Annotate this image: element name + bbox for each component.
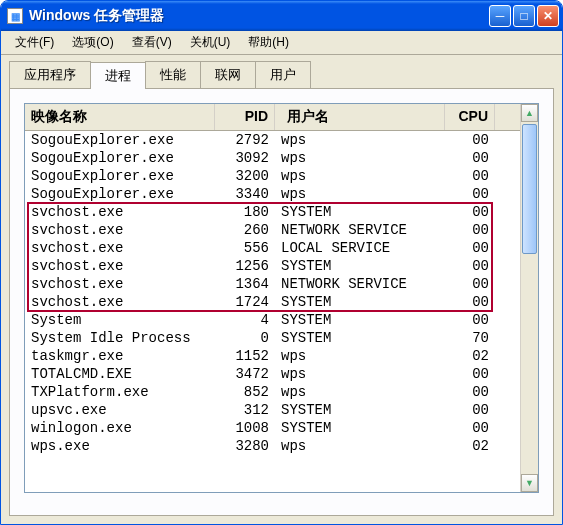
cell-cpu: 02 xyxy=(445,437,495,455)
cell-user: wps xyxy=(275,131,445,149)
table-row[interactable]: svchost.exe1364NETWORK SERVICE00 xyxy=(25,275,520,293)
cell-name: taskmgr.exe xyxy=(25,347,215,365)
process-listview: 映像名称 PID 用户名 CPU SogouExplorer.exe2792wp… xyxy=(24,103,539,493)
menu-help[interactable]: 帮助(H) xyxy=(240,32,297,53)
cell-cpu: 00 xyxy=(445,401,495,419)
cell-cpu: 00 xyxy=(445,383,495,401)
table-row[interactable]: SogouExplorer.exe3340wps00 xyxy=(25,185,520,203)
cell-name: svchost.exe xyxy=(25,257,215,275)
cell-pid: 1152 xyxy=(215,347,275,365)
cell-user: SYSTEM xyxy=(275,257,445,275)
menu-shutdown[interactable]: 关机(U) xyxy=(182,32,239,53)
cell-name: SogouExplorer.exe xyxy=(25,131,215,149)
cell-pid: 1008 xyxy=(215,419,275,437)
cell-user: wps xyxy=(275,437,445,455)
scroll-up-icon[interactable]: ▲ xyxy=(521,104,538,122)
cell-name: System xyxy=(25,311,215,329)
cell-name: svchost.exe xyxy=(25,221,215,239)
table-row[interactable]: svchost.exe556LOCAL SERVICE00 xyxy=(25,239,520,257)
col-header-name[interactable]: 映像名称 xyxy=(25,104,215,130)
cell-name: svchost.exe xyxy=(25,293,215,311)
cell-name: svchost.exe xyxy=(25,203,215,221)
column-headers: 映像名称 PID 用户名 CPU xyxy=(25,104,520,131)
cell-user: SYSTEM xyxy=(275,293,445,311)
table-row[interactable]: System4SYSTEM00 xyxy=(25,311,520,329)
footer-spacer xyxy=(24,493,539,501)
tab-applications[interactable]: 应用程序 xyxy=(9,61,91,88)
cell-cpu: 00 xyxy=(445,365,495,383)
task-manager-window: ▦ Windows 任务管理器 ─ □ ✕ 文件(F) 选项(O) 查看(V) … xyxy=(0,0,563,525)
scroll-thumb[interactable] xyxy=(522,124,537,254)
cell-pid: 3092 xyxy=(215,149,275,167)
window-title: Windows 任务管理器 xyxy=(29,7,489,25)
cell-user: wps xyxy=(275,167,445,185)
cell-name: SogouExplorer.exe xyxy=(25,149,215,167)
cell-cpu: 00 xyxy=(445,257,495,275)
cell-cpu: 00 xyxy=(445,293,495,311)
table-row[interactable]: svchost.exe1724SYSTEM00 xyxy=(25,293,520,311)
processes-panel: 映像名称 PID 用户名 CPU SogouExplorer.exe2792wp… xyxy=(9,88,554,516)
cell-name: TOTALCMD.EXE xyxy=(25,365,215,383)
titlebar[interactable]: ▦ Windows 任务管理器 ─ □ ✕ xyxy=(1,1,562,31)
table-row[interactable]: SogouExplorer.exe2792wps00 xyxy=(25,131,520,149)
cell-user: LOCAL SERVICE xyxy=(275,239,445,257)
cell-pid: 1364 xyxy=(215,275,275,293)
tab-networking[interactable]: 联网 xyxy=(200,61,256,88)
cell-user: SYSTEM xyxy=(275,203,445,221)
table-row[interactable]: wps.exe3280wps02 xyxy=(25,437,520,455)
col-header-pid[interactable]: PID xyxy=(215,104,275,130)
menu-options[interactable]: 选项(O) xyxy=(64,32,121,53)
cell-user: SYSTEM xyxy=(275,311,445,329)
cell-user: wps xyxy=(275,347,445,365)
table-row[interactable]: System Idle Process0SYSTEM70 xyxy=(25,329,520,347)
table-row[interactable]: SogouExplorer.exe3092wps00 xyxy=(25,149,520,167)
tab-processes[interactable]: 进程 xyxy=(90,62,146,89)
minimize-button[interactable]: ─ xyxy=(489,5,511,27)
table-row[interactable]: svchost.exe1256SYSTEM00 xyxy=(25,257,520,275)
scroll-down-icon[interactable]: ▼ xyxy=(521,474,538,492)
table-row[interactable]: upsvc.exe312SYSTEM00 xyxy=(25,401,520,419)
table-row[interactable]: winlogon.exe1008SYSTEM00 xyxy=(25,419,520,437)
cell-user: wps xyxy=(275,383,445,401)
vertical-scrollbar[interactable]: ▲ ▼ xyxy=(520,104,538,492)
app-icon: ▦ xyxy=(7,8,23,24)
cell-pid: 1724 xyxy=(215,293,275,311)
maximize-button[interactable]: □ xyxy=(513,5,535,27)
cell-cpu: 00 xyxy=(445,239,495,257)
cell-pid: 3472 xyxy=(215,365,275,383)
table-row[interactable]: taskmgr.exe1152wps02 xyxy=(25,347,520,365)
table-row[interactable]: svchost.exe260NETWORK SERVICE00 xyxy=(25,221,520,239)
cell-pid: 3200 xyxy=(215,167,275,185)
cell-cpu: 00 xyxy=(445,419,495,437)
menu-view[interactable]: 查看(V) xyxy=(124,32,180,53)
cell-cpu: 00 xyxy=(445,185,495,203)
cell-cpu: 00 xyxy=(445,131,495,149)
cell-pid: 3280 xyxy=(215,437,275,455)
table-row[interactable]: TXPlatform.exe852wps00 xyxy=(25,383,520,401)
cell-cpu: 00 xyxy=(445,203,495,221)
cell-cpu: 70 xyxy=(445,329,495,347)
cell-cpu: 00 xyxy=(445,167,495,185)
cell-cpu: 00 xyxy=(445,311,495,329)
col-header-user[interactable]: 用户名 xyxy=(275,104,445,130)
close-button[interactable]: ✕ xyxy=(537,5,559,27)
cell-pid: 2792 xyxy=(215,131,275,149)
cell-pid: 260 xyxy=(215,221,275,239)
cell-pid: 3340 xyxy=(215,185,275,203)
cell-pid: 1256 xyxy=(215,257,275,275)
cell-cpu: 02 xyxy=(445,347,495,365)
table-row[interactable]: svchost.exe180SYSTEM00 xyxy=(25,203,520,221)
table-row[interactable]: SogouExplorer.exe3200wps00 xyxy=(25,167,520,185)
table-row[interactable]: TOTALCMD.EXE3472wps00 xyxy=(25,365,520,383)
menu-file[interactable]: 文件(F) xyxy=(7,32,62,53)
tab-users[interactable]: 用户 xyxy=(255,61,311,88)
col-header-cpu[interactable]: CPU xyxy=(445,104,495,130)
scroll-track[interactable] xyxy=(521,122,538,474)
tab-performance[interactable]: 性能 xyxy=(145,61,201,88)
cell-name: svchost.exe xyxy=(25,275,215,293)
cell-cpu: 00 xyxy=(445,149,495,167)
cell-pid: 180 xyxy=(215,203,275,221)
cell-cpu: 00 xyxy=(445,221,495,239)
cell-user: SYSTEM xyxy=(275,419,445,437)
process-rows: SogouExplorer.exe2792wps00SogouExplorer.… xyxy=(25,131,520,455)
